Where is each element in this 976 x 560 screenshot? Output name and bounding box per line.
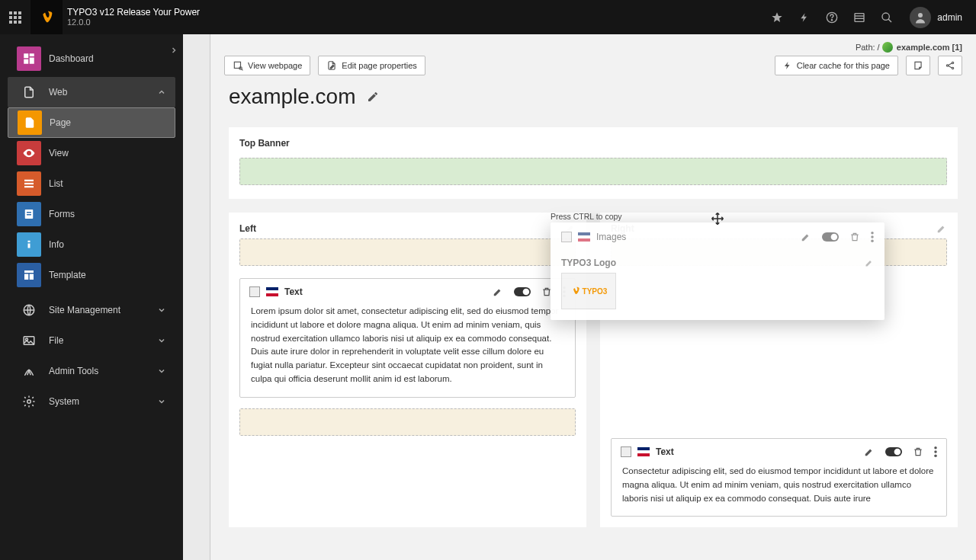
ce-type-label: Text bbox=[656, 446, 674, 457]
svg-rect-26 bbox=[27, 214, 31, 216]
chevron-down-icon bbox=[157, 306, 166, 315]
edit-title-icon[interactable] bbox=[367, 91, 379, 103]
ce-body-text: Lorem ipsum dolor sit amet, consectetur … bbox=[240, 305, 575, 397]
svg-rect-8 bbox=[18, 21, 21, 24]
svg-point-16 bbox=[918, 13, 923, 18]
svg-rect-29 bbox=[24, 270, 34, 273]
svg-point-50 bbox=[894, 449, 901, 456]
svg-point-48 bbox=[563, 295, 566, 298]
nav-web-template[interactable]: Template bbox=[8, 260, 175, 290]
svg-rect-3 bbox=[9, 16, 12, 19]
svg-rect-18 bbox=[30, 53, 34, 56]
svg-point-35 bbox=[27, 400, 31, 404]
nav-admin-tools[interactable]: Admin Tools bbox=[8, 356, 175, 386]
view-webpage-button[interactable]: View webpage bbox=[224, 56, 310, 75]
trash-icon[interactable] bbox=[541, 286, 552, 297]
column-header: Left bbox=[239, 223, 256, 234]
svg-rect-1 bbox=[14, 11, 17, 14]
svg-rect-20 bbox=[24, 59, 28, 64]
svg-rect-17 bbox=[24, 53, 28, 58]
module-sidebar: Dashboard Web Page View List Forms bbox=[0, 34, 183, 560]
svg-rect-27 bbox=[28, 244, 30, 248]
column-right: Right Text bbox=[600, 213, 958, 527]
ce-type-icon bbox=[249, 286, 260, 297]
svg-point-46 bbox=[563, 286, 566, 290]
edit-icon[interactable] bbox=[493, 286, 503, 297]
language-flag-icon bbox=[637, 447, 650, 456]
svg-point-45 bbox=[523, 289, 530, 296]
chevron-up-icon bbox=[157, 88, 166, 97]
nav-system[interactable]: System bbox=[8, 386, 175, 417]
share-button[interactable] bbox=[938, 56, 962, 75]
column-edit-icon[interactable] bbox=[936, 223, 947, 234]
nav-web-list[interactable]: List bbox=[8, 168, 175, 199]
ce-body-text: Consectetur adipiscing elit, sed do eius… bbox=[612, 465, 946, 516]
svg-rect-4 bbox=[14, 16, 17, 19]
toggle-icon[interactable] bbox=[885, 446, 902, 457]
svg-line-38 bbox=[242, 69, 243, 71]
dropzone-top-banner[interactable] bbox=[239, 158, 947, 185]
svg-point-47 bbox=[563, 290, 566, 293]
edit-icon[interactable] bbox=[864, 446, 875, 457]
more-icon[interactable] bbox=[563, 286, 566, 297]
svg-rect-28 bbox=[28, 241, 30, 242]
nav-web-view[interactable]: View bbox=[8, 138, 175, 168]
nav-dashboard[interactable]: Dashboard bbox=[8, 43, 175, 74]
flash-icon[interactable] bbox=[791, 0, 818, 34]
dropzone-left-top[interactable] bbox=[239, 238, 576, 266]
dropzone-left-bottom[interactable] bbox=[239, 408, 576, 436]
help-icon[interactable] bbox=[818, 0, 846, 34]
column-edit-icon[interactable] bbox=[565, 223, 576, 234]
svg-rect-31 bbox=[30, 274, 34, 280]
svg-point-41 bbox=[952, 67, 953, 69]
svg-rect-21 bbox=[24, 180, 34, 181]
column-left: Left Text bbox=[229, 213, 586, 527]
svg-line-15 bbox=[888, 19, 891, 22]
toggle-icon[interactable] bbox=[514, 286, 531, 297]
svg-line-43 bbox=[949, 66, 952, 68]
svg-point-39 bbox=[946, 65, 948, 66]
avatar-icon bbox=[910, 7, 931, 28]
svg-point-40 bbox=[952, 62, 953, 63]
path-bar: Path: / example.com [1] bbox=[210, 34, 976, 56]
note-button[interactable] bbox=[906, 56, 930, 75]
more-icon[interactable] bbox=[934, 446, 937, 457]
svg-line-42 bbox=[949, 63, 952, 65]
page-tree-collapsed[interactable] bbox=[183, 34, 210, 560]
trash-icon[interactable] bbox=[913, 446, 923, 457]
content-element-text: Text Lorem ipsum dolor sit amet, consect… bbox=[239, 278, 576, 398]
nav-site-management[interactable]: Site Management bbox=[8, 295, 175, 325]
list-icon[interactable] bbox=[846, 0, 873, 34]
svg-rect-6 bbox=[9, 21, 12, 24]
content-element-text: Text Consectetur adipiscing elit, sed do… bbox=[611, 438, 947, 517]
nav-web-info[interactable]: Info bbox=[8, 229, 175, 260]
top-banner-section: Top Banner bbox=[229, 127, 958, 199]
topbar: TYPO3 v12 Release Your Power 12.0.0 admi… bbox=[0, 0, 976, 34]
sidebar-collapse-icon[interactable] bbox=[169, 46, 178, 55]
bookmark-icon[interactable] bbox=[763, 0, 791, 34]
nav-web-group[interactable]: Web bbox=[8, 77, 175, 107]
nav-web-page[interactable]: Page bbox=[8, 107, 175, 138]
action-bar: View webpage Edit page properties Clear … bbox=[210, 56, 976, 85]
svg-rect-25 bbox=[27, 212, 31, 213]
globe-icon bbox=[882, 42, 893, 53]
nav-web-forms[interactable]: Forms bbox=[8, 199, 175, 229]
svg-point-52 bbox=[934, 450, 937, 453]
nav-file[interactable]: File bbox=[8, 325, 175, 356]
svg-rect-5 bbox=[18, 16, 21, 19]
column-header: Right bbox=[611, 223, 634, 234]
clear-cache-button[interactable]: Clear cache for this page bbox=[775, 56, 898, 75]
ce-type-icon bbox=[621, 446, 631, 457]
dropzone-right-top[interactable] bbox=[611, 238, 947, 266]
typo3-logo-icon[interactable] bbox=[30, 0, 63, 34]
user-menu[interactable]: admin bbox=[901, 7, 971, 28]
edit-page-properties-button[interactable]: Edit page properties bbox=[318, 56, 425, 75]
app-switcher-icon[interactable] bbox=[0, 0, 30, 34]
svg-rect-2 bbox=[18, 11, 21, 14]
chevron-down-icon bbox=[157, 366, 166, 376]
search-icon[interactable] bbox=[873, 0, 901, 34]
svg-rect-22 bbox=[24, 183, 34, 184]
svg-rect-11 bbox=[855, 13, 864, 21]
svg-rect-23 bbox=[24, 186, 34, 187]
svg-point-14 bbox=[882, 13, 889, 20]
